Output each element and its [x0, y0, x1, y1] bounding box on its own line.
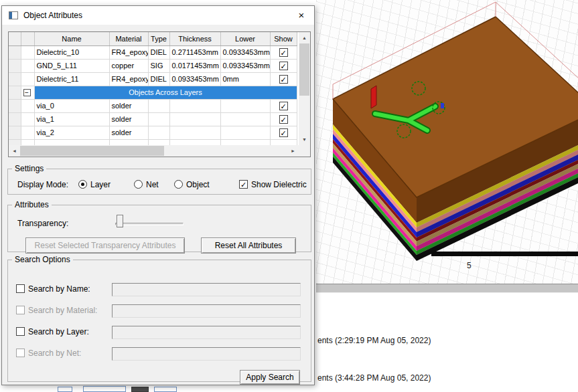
search-by-material-checkbox[interactable]	[16, 306, 25, 314]
radio-object[interactable]	[174, 180, 183, 189]
group-row[interactable]: − Objects Across Layers	[9, 86, 297, 99]
axis-bar	[431, 252, 578, 256]
marker	[441, 103, 444, 108]
collapse-icon[interactable]: −	[23, 89, 31, 96]
window-icon	[9, 11, 18, 19]
corner-header	[9, 32, 21, 45]
cell-type: DIEL	[148, 45, 169, 59]
radio-net-label: Net	[146, 180, 159, 189]
cell-material: copper	[109, 59, 148, 72]
col-header-material: Material	[109, 32, 148, 45]
cell-lower: 0.0933453mm	[220, 59, 270, 72]
search-by-name-checkbox[interactable]	[16, 284, 25, 293]
cell-lower: 0mm	[220, 72, 270, 86]
object-attributes-dialog: Object Attributes × Name Material Type	[1, 5, 315, 385]
cell-material: FR4_epoxy	[109, 45, 148, 59]
radio-layer[interactable]	[78, 180, 87, 189]
row-selector[interactable]	[9, 45, 21, 59]
scroll-right-icon[interactable]: ►	[287, 145, 299, 157]
scroll-left-icon[interactable]: ◄	[9, 145, 20, 157]
dialog-title: Object Attributes	[23, 11, 82, 20]
row-selector[interactable]	[9, 112, 21, 126]
cell-name: via_0	[34, 99, 109, 112]
search-by-name-input[interactable]	[112, 283, 301, 296]
table-row[interactable]: Dielectric_11 FR4_epoxy DIEL 0.0933453mm…	[9, 72, 297, 86]
radio-layer-label: Layer	[90, 180, 111, 189]
cell-material: solder	[109, 126, 148, 139]
search-by-layer-label: Search by Layer:	[28, 327, 89, 336]
attributes-grid: Name Material Type Thickness Lower Show …	[9, 32, 297, 153]
settings-legend: Settings	[12, 164, 46, 173]
cell-name: GND_5_L11	[34, 59, 109, 72]
apply-search-button[interactable]: Apply Search	[240, 370, 300, 385]
header-row: Name Material Type Thickness Lower Show	[9, 32, 297, 45]
3d-viewport[interactable]: 5	[316, 0, 578, 284]
search-by-net-input	[112, 347, 301, 361]
search-by-layer-input[interactable]	[112, 326, 301, 339]
show-checkbox[interactable]: ✓	[279, 62, 288, 70]
cell-type: DIEL	[148, 72, 169, 86]
window-fragment	[83, 386, 126, 392]
table-row[interactable]: via_2 solder ✓	[9, 126, 297, 139]
show-dielectric-checkbox[interactable]: ✓	[239, 180, 248, 189]
group-label: Objects Across Layers	[34, 86, 297, 99]
table-row[interactable]: via_0 solder ✓	[9, 99, 297, 112]
row-selector[interactable]	[9, 59, 21, 72]
col-header-type: Type	[148, 32, 169, 45]
pcb-3d-model[interactable]	[316, 0, 578, 284]
show-checkbox[interactable]: ✓	[279, 48, 288, 57]
show-checkbox[interactable]: ✓	[279, 75, 288, 84]
vertical-scrollbar[interactable]: ▲ ▼	[299, 32, 310, 145]
scroll-down-icon[interactable]: ▼	[299, 134, 310, 145]
search-by-net-checkbox[interactable]	[16, 349, 25, 357]
vertical-scroll-thumb[interactable]	[299, 43, 309, 96]
screen: 5 ents (2:29:19 PM Aug 05, 2022) ents (3…	[0, 0, 578, 392]
row-selector[interactable]	[9, 99, 21, 112]
gutter-header	[21, 32, 34, 45]
reset-all-attributes-button[interactable]: Reset All Attributes	[201, 237, 296, 254]
port-fin[interactable]	[371, 86, 376, 108]
col-header-show: Show	[270, 32, 297, 45]
layers-table: Name Material Type Thickness Lower Show …	[8, 31, 311, 157]
scroll-up-icon[interactable]: ▲	[299, 32, 310, 43]
display-mode-label: Display Mode:	[17, 180, 68, 189]
row-selector[interactable]	[9, 126, 21, 139]
transparency-slider-thumb[interactable]	[117, 215, 123, 227]
close-icon[interactable]: ×	[289, 6, 314, 25]
window-fragment	[131, 387, 149, 392]
show-checkbox[interactable]: ✓	[279, 115, 288, 124]
search-by-material-input	[112, 304, 301, 318]
cell-material: solder	[109, 99, 148, 112]
search-by-name-label: Search by Name:	[28, 284, 90, 294]
search-by-material-label: Search by Material:	[28, 306, 97, 315]
cell-thickness: 0.0171453mm	[169, 59, 220, 72]
cell-lower: 0.0933453mm	[220, 45, 270, 59]
transparency-slider-track[interactable]	[115, 223, 184, 225]
table-row[interactable]: GND_5_L11 copper SIG 0.0171453mm 0.09334…	[9, 59, 297, 72]
message-log: ents (2:29:19 PM Aug 05, 2022) ents (3:4…	[316, 293, 578, 392]
table-row[interactable]: via_1 solder ✓	[9, 112, 297, 126]
search-options-group: Search Options Search by Name: Search by…	[7, 255, 311, 382]
reset-selected-transparency-button[interactable]: Reset Selected Transparency Attributes	[25, 237, 185, 254]
search-options-legend: Search Options	[12, 255, 73, 264]
table-row[interactable]: Dielectric_10 FR4_epoxy DIEL 0.2711453mm…	[9, 45, 297, 59]
splitter-bar[interactable]	[316, 284, 578, 293]
cell-material: solder	[109, 112, 148, 126]
row-selector[interactable]	[9, 72, 21, 86]
settings-group: Settings Display Mode: Layer Net Object …	[7, 164, 311, 195]
cell-name: Dielectric_11	[34, 72, 109, 86]
show-checkbox[interactable]: ✓	[279, 102, 288, 110]
radio-net[interactable]	[134, 180, 143, 189]
cell-thickness: 0.0933453mm	[169, 72, 220, 86]
cell-type: SIG	[148, 59, 169, 72]
show-checkbox[interactable]: ✓	[279, 128, 288, 137]
cell-name: via_2	[34, 126, 109, 139]
row-selector[interactable]	[9, 86, 21, 99]
cell-material: FR4_epoxy	[109, 72, 148, 86]
horizontal-scroll-thumb[interactable]	[20, 146, 164, 156]
dialog-titlebar[interactable]: Object Attributes ×	[2, 6, 314, 25]
transparency-label: Transparency:	[17, 219, 68, 228]
horizontal-scrollbar[interactable]: ◄ ►	[9, 145, 310, 157]
search-by-layer-checkbox[interactable]	[16, 327, 25, 336]
cell-name: Dielectric_10	[34, 45, 109, 59]
